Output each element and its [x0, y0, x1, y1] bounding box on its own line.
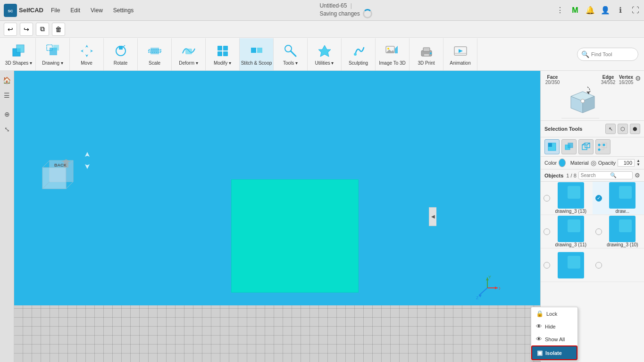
obj-checkbox[interactable] — [544, 195, 550, 202]
svg-marker-46 — [495, 286, 498, 289]
obj-checkbox[interactable] — [544, 262, 550, 269]
opacity-input[interactable] — [618, 159, 635, 167]
menu-edit[interactable]: Edit — [67, 6, 83, 15]
main-area: 🏠 ☰ ⊕ ⤡ — [0, 71, 644, 362]
move-icon — [78, 42, 95, 59]
panel-toggle-button[interactable]: ◀ — [429, 207, 436, 226]
tool-move[interactable]: Move — [70, 38, 104, 70]
tool-modify[interactable]: Modify ▾ — [206, 38, 240, 70]
obj-thumbnail — [558, 182, 584, 209]
svg-rect-20 — [257, 48, 262, 53]
bell-icon[interactable]: 🔔 — [585, 6, 595, 15]
material-icon[interactable]: ◎ — [591, 159, 596, 167]
tool-image-to-3d-label: Image To 3D — [379, 60, 406, 66]
tool-scale[interactable]: Scale — [138, 38, 172, 70]
edge-stat[interactable]: Edge 34/552 — [599, 75, 617, 85]
svg-rect-31 — [423, 48, 430, 51]
tool-image-to-3d[interactable]: Image To 3D — [376, 38, 410, 70]
redo-button[interactable]: ↪ — [20, 23, 33, 36]
3d-print-icon — [418, 42, 435, 59]
viewport[interactable]: BACK X Y Z — [14, 71, 540, 362]
tool-3d-shapes[interactable]: 3D Shapes ▾ — [2, 38, 36, 70]
obj-checkbox[interactable] — [595, 228, 602, 235]
sel-mode-cube[interactable] — [561, 139, 577, 154]
sel-tool-icon-2[interactable]: ⬡ — [618, 124, 628, 134]
opacity-down[interactable]: ▼ — [636, 163, 640, 167]
expand-icon[interactable]: ⤡ — [1, 124, 13, 135]
show-all-icon: 👁 — [536, 336, 542, 343]
list-item[interactable]: ✓ draw... — [593, 182, 644, 215]
list-item[interactable] — [541, 249, 593, 282]
user-icon[interactable]: 👤 — [601, 6, 610, 15]
sel-mode-edges[interactable] — [578, 139, 594, 154]
tool-drawing[interactable]: Drawing ▾ — [36, 38, 70, 70]
move-widget[interactable] — [80, 151, 94, 170]
fullscreen-icon[interactable]: ⛶ — [631, 6, 640, 15]
tool-utilities[interactable]: Utilities ▾ — [308, 38, 342, 70]
svg-rect-14 — [185, 49, 192, 54]
3d-shapes-icon — [10, 42, 27, 59]
svg-point-33 — [430, 52, 432, 54]
obj-checkbox[interactable]: ✓ — [595, 195, 602, 202]
svg-rect-75 — [619, 186, 632, 199]
tool-3d-print[interactable]: 3D Print — [410, 38, 443, 70]
menu-view[interactable]: View — [88, 6, 106, 15]
face-stat[interactable]: Face 20/350 — [544, 75, 561, 85]
app-logo[interactable]: SC SelfCAD — [4, 4, 43, 17]
obj-checkbox[interactable] — [595, 262, 602, 269]
context-menu: 🔒 Lock 👁 Hide 👁 Show All ▣ Isolate — [531, 307, 578, 361]
tool-sculpting[interactable]: Sculpting — [342, 38, 376, 70]
menu-file[interactable]: File — [48, 6, 63, 15]
list-item[interactable]: drawing_3 (10) — [593, 215, 644, 248]
vertex-stat[interactable]: Vertex 16/205 — [617, 75, 635, 85]
ctx-show-all[interactable]: 👁 Show All — [531, 333, 577, 345]
find-tool-search[interactable]: 🔍 — [577, 48, 638, 61]
delete-button[interactable]: 🗑 — [52, 23, 65, 36]
compass-icon[interactable]: ⊕ — [1, 109, 13, 120]
lock-icon: 🔒 — [536, 310, 544, 317]
svg-line-51 — [479, 288, 487, 295]
tool-tools[interactable]: Tools ▾ — [274, 38, 308, 70]
svg-marker-44 — [85, 152, 90, 169]
topbar-actions: ⋮ M 🔔 👤 ℹ ⛶ — [555, 6, 640, 15]
sel-tool-icon-1[interactable]: ↖ — [605, 124, 616, 134]
info-icon[interactable]: ℹ — [616, 6, 625, 15]
list-item[interactable] — [593, 249, 644, 282]
sel-tool-icon-3[interactable]: ⬢ — [630, 124, 640, 134]
material-row: Color Material ◎ Opacity ▲ ▼ — [541, 157, 644, 169]
objects-search[interactable]: 🔍 — [578, 171, 633, 179]
objects-search-input[interactable] — [581, 173, 609, 178]
tool-drawing-label: Drawing ▾ — [42, 60, 63, 66]
objects-settings-icon[interactable]: ⚙ — [635, 172, 640, 179]
undo-button[interactable]: ↩ — [4, 23, 17, 36]
color-swatch[interactable] — [559, 159, 565, 167]
tool-modify-label: Modify ▾ — [214, 60, 231, 66]
sel-mode-face[interactable] — [544, 139, 560, 154]
ctx-hide[interactable]: 👁 Hide — [531, 320, 577, 333]
obj-name: drawing_3 (10) — [607, 242, 638, 247]
svg-marker-7 — [85, 45, 88, 57]
obj-checkbox[interactable] — [544, 228, 550, 235]
share-icon[interactable]: ⋮ — [555, 6, 565, 15]
duplicate-button[interactable]: ⧉ — [36, 23, 49, 36]
m-icon[interactable]: M — [570, 6, 580, 15]
tool-deform[interactable]: Deform ▾ — [172, 38, 206, 70]
svg-rect-73 — [568, 186, 580, 199]
ctx-lock[interactable]: 🔒 Lock — [531, 307, 577, 320]
home-icon[interactable]: 🏠 — [1, 75, 13, 86]
tool-animation[interactable]: Animation — [443, 38, 477, 70]
menu-settings[interactable]: Settings — [110, 6, 136, 15]
panel-settings-icon[interactable]: ⚙ — [635, 75, 641, 82]
list-item[interactable]: drawing_3 (13) — [541, 182, 593, 215]
svg-rect-32 — [424, 54, 429, 56]
svg-rect-18 — [223, 51, 228, 56]
tool-move-label: Move — [81, 60, 92, 66]
layers-icon[interactable]: ☰ — [1, 90, 13, 101]
tool-rotate[interactable]: Rotate — [104, 38, 138, 70]
ctx-isolate[interactable]: ▣ Isolate — [531, 345, 577, 360]
nav-cube[interactable]: BACK — [40, 158, 83, 194]
sel-mode-vertex[interactable] — [595, 139, 611, 154]
list-item[interactable]: drawing_3 (11) — [541, 215, 593, 248]
tool-stitch-scoop[interactable]: Stitch & Scoop — [240, 38, 274, 70]
find-tool-input[interactable] — [591, 51, 634, 57]
